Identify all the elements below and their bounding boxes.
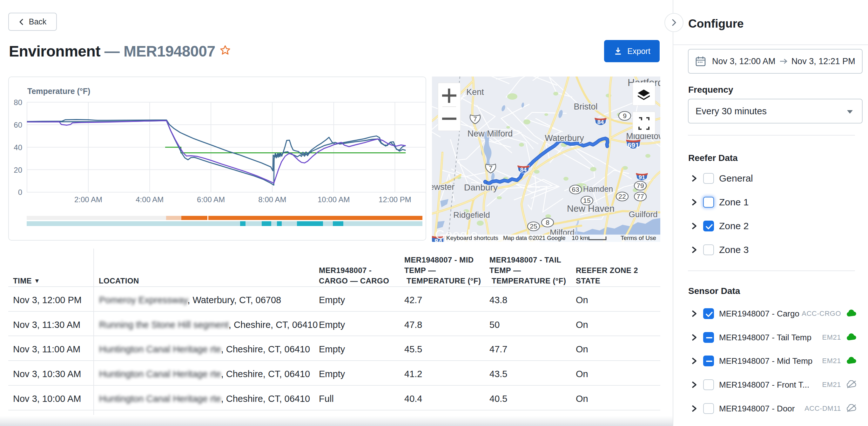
svg-text:691: 691 [627, 141, 639, 149]
svg-text:79: 79 [637, 182, 644, 189]
svg-text:2:00 AM: 2:00 AM [74, 195, 102, 204]
svg-text:10:00 AM: 10:00 AM [318, 195, 350, 204]
svg-text:9: 9 [623, 112, 627, 119]
svg-text:6:00 AM: 6:00 AM [197, 195, 225, 204]
svg-text:Map data ©2021 Google: Map data ©2021 Google [503, 235, 565, 241]
svg-text:Ridgefield: Ridgefield [453, 210, 490, 220]
svg-text:Danbury: Danbury [464, 183, 498, 192]
svg-text:New Milford: New Milford [467, 129, 513, 138]
svg-text:7: 7 [489, 165, 492, 172]
svg-text:25: 25 [530, 223, 537, 230]
svg-text:New Haven: New Haven [567, 203, 615, 214]
svg-text:Terms of Use: Terms of Use [621, 235, 656, 241]
svg-text:Keyboard shortcuts: Keyboard shortcuts [446, 235, 498, 241]
svg-text:84: 84 [520, 166, 527, 173]
svg-text:Bristol: Bristol [574, 102, 597, 111]
svg-text:Waterbury: Waterbury [545, 133, 584, 143]
svg-text:60: 60 [14, 121, 22, 129]
svg-text:22: 22 [618, 193, 626, 200]
svg-text:20: 20 [14, 166, 22, 174]
svg-text:4:00 AM: 4:00 AM [135, 195, 163, 204]
svg-text:77: 77 [637, 193, 644, 200]
svg-text:10 km: 10 km [572, 235, 588, 241]
svg-text:Hamden: Hamden [583, 185, 613, 193]
svg-text:Kent: Kent [466, 87, 484, 97]
svg-text:0: 0 [18, 188, 22, 196]
svg-text:91: 91 [639, 174, 645, 181]
svg-text:8: 8 [546, 219, 550, 226]
svg-text:63: 63 [572, 186, 579, 193]
svg-text:12:00 PM: 12:00 PM [379, 195, 411, 204]
svg-text:7: 7 [473, 116, 477, 123]
svg-text:Brewster: Brewster [432, 182, 455, 192]
svg-text:84: 84 [597, 119, 604, 125]
svg-text:80: 80 [14, 98, 22, 107]
svg-text:8:00 AM: 8:00 AM [258, 195, 286, 204]
svg-text:15: 15 [583, 197, 590, 204]
svg-text:40: 40 [14, 143, 22, 152]
svg-text:Guilford: Guilford [628, 209, 657, 219]
